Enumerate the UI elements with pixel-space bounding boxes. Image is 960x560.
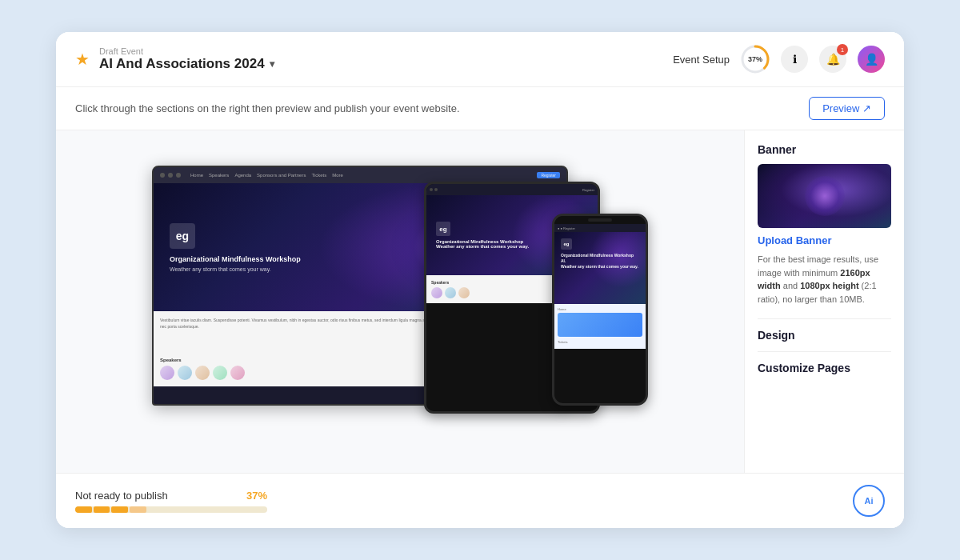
design-link[interactable]: Design — [758, 329, 891, 342]
browser-nav-more: More — [330, 173, 345, 178]
devices-mockup: Home Speakers Agenda Sponsors and Partne… — [152, 166, 648, 438]
phone-mockup: ● ● Register eg Organizational Mindfulne… — [552, 214, 648, 406]
progress-segment-2 — [94, 506, 110, 513]
draft-label: Draft Event — [99, 46, 274, 56]
banner-image-brain — [758, 164, 891, 228]
phone-tickets-title: Tickets — [558, 340, 642, 344]
notification-badge: 1 — [837, 44, 848, 55]
star-icon[interactable]: ★ — [75, 50, 90, 69]
right-panel: Banner Upload Banner For the best image … — [744, 130, 904, 473]
user-avatar[interactable]: 👤 — [858, 46, 885, 73]
phone-browser-text: ● ● Register — [558, 226, 575, 230]
speaker-avatar-5 — [230, 366, 245, 380]
sub-header: Click through the sections on the right … — [56, 87, 904, 130]
banner-image-container — [758, 164, 891, 228]
banner-section-title: Banner — [758, 143, 891, 156]
browser-dot-2 — [168, 173, 173, 178]
browser-nav-speakers: Speakers — [207, 173, 230, 178]
banner-desktop-subtitle: Weather any storm that comes your way. — [170, 266, 301, 272]
banner-brain-circle — [805, 176, 845, 216]
preview-button[interactable]: Preview ↗ — [809, 97, 885, 120]
progress-segment-3 — [111, 506, 128, 513]
bell-icon: 🔔 — [826, 53, 840, 66]
header: ★ Draft Event AI And Associations 2024 ▾… — [56, 32, 904, 87]
upload-banner-link[interactable]: Upload Banner — [758, 234, 891, 246]
phone-banner-title: Organizational Mindfulness Workshop AI.W… — [561, 253, 639, 270]
progress-segment-1 — [75, 506, 92, 513]
phone-blue-block — [558, 313, 642, 337]
publish-status-row: Not ready to publish 37% — [75, 490, 267, 502]
browser-register-btn: Register — [537, 172, 560, 178]
event-setup-progress: 37% — [741, 45, 770, 74]
browser-nav-sponsors: Sponsors and Partners — [255, 173, 307, 178]
phone-section-title: Home — [558, 307, 642, 311]
divider-1 — [758, 318, 891, 319]
phone-banner: eg Organizational Mindfulness Workshop A… — [554, 232, 646, 304]
progress-bar-segments — [75, 506, 146, 513]
main-container: ★ Draft Event AI And Associations 2024 ▾… — [56, 32, 904, 528]
tablet-browser-bar: Register — [426, 184, 598, 195]
speaker-avatar-3 — [195, 366, 210, 380]
tablet-speaker-2 — [445, 287, 456, 298]
tablet-logo: eg — [436, 222, 450, 236]
customize-pages-link[interactable]: Customize Pages — [758, 362, 891, 374]
avatar-image: 👤 — [865, 53, 878, 66]
browser-nav-tickets: Tickets — [310, 173, 328, 178]
divider-2 — [758, 351, 891, 352]
tablet-nav: Register — [582, 188, 594, 192]
preview-area: Home Speakers Agenda Sponsors and Partne… — [56, 130, 744, 473]
phone-content: ● ● Register eg Organizational Mindfulne… — [554, 224, 646, 403]
browser-bar: Home Speakers Agenda Sponsors and Partne… — [154, 167, 566, 183]
content-area: Home Speakers Agenda Sponsors and Partne… — [56, 130, 904, 473]
phone-notch — [554, 216, 646, 224]
chevron-down-icon[interactable]: ▾ — [270, 58, 274, 70]
speaker-avatar-4 — [213, 366, 227, 380]
speaker-avatar-1 — [160, 366, 174, 380]
not-ready-text: Not ready to publish — [75, 490, 168, 502]
browser-nav: Home Speakers Agenda Sponsors and Partne… — [189, 173, 345, 178]
browser-dot-1 — [160, 173, 165, 178]
progress-bar-container — [75, 506, 267, 513]
phone-browser-bar: ● ● Register — [554, 224, 646, 232]
event-setup-label: Event Setup — [673, 54, 730, 66]
info-button[interactable]: ℹ — [781, 46, 808, 73]
publish-status: Not ready to publish 37% — [75, 490, 267, 513]
tablet-dot-2 — [434, 188, 438, 191]
browser-nav-agenda: Agenda — [233, 173, 253, 178]
banner-desktop-title: Organizational Mindfulness Workshop — [170, 255, 301, 263]
event-title-text: AI And Associations 2024 — [99, 56, 265, 72]
banner-text-block: eg Organizational Mindfulness Workshop W… — [170, 223, 301, 272]
tablet-dot-1 — [430, 188, 433, 191]
instruction-text: Click through the sections on the right … — [75, 102, 460, 114]
tablet-banner-text: Organizational Mindfulness WorkshopWeath… — [436, 239, 529, 249]
phone-body: Home Tickets — [554, 304, 646, 349]
banner-logo: eg — [170, 223, 195, 249]
progress-segment-4 — [130, 506, 146, 513]
tablet-banner-content: eg Organizational Mindfulness WorkshopWe… — [436, 222, 529, 249]
notification-button[interactable]: 🔔 1 — [819, 46, 846, 73]
phone-logo: eg — [561, 238, 572, 250]
footer: Not ready to publish 37% Ai — [56, 473, 904, 528]
speaker-avatar-2 — [178, 366, 192, 380]
tablet-speaker-3 — [458, 287, 470, 298]
ai-badge[interactable]: Ai — [853, 485, 885, 517]
browser-nav-home: Home — [189, 173, 205, 178]
tablet-speaker-1 — [431, 287, 442, 298]
header-right: Event Setup 37% ℹ 🔔 1 👤 — [673, 45, 885, 74]
banner-hint: For the best image results, use image wi… — [758, 253, 891, 306]
publish-percent: 37% — [246, 490, 267, 502]
progress-text: 37% — [748, 55, 762, 63]
info-icon: ℹ — [793, 53, 797, 66]
event-info: Draft Event AI And Associations 2024 ▾ — [99, 46, 274, 72]
event-title: AI And Associations 2024 ▾ — [99, 56, 274, 72]
browser-dot-3 — [176, 173, 181, 178]
phone-notch-bar — [588, 218, 612, 222]
